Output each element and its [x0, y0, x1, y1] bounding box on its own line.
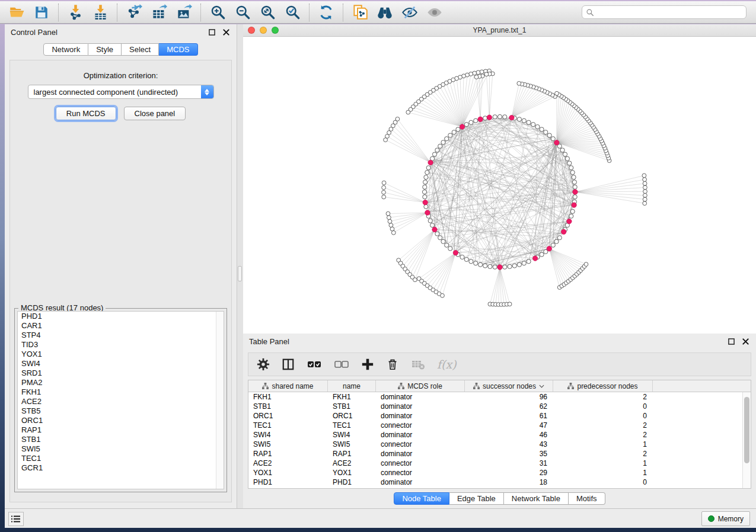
network-node[interactable] — [522, 261, 526, 265]
run-mcds-button[interactable]: Run MCDS — [56, 107, 116, 120]
gear-icon[interactable] — [257, 357, 270, 372]
network-node[interactable] — [493, 115, 497, 119]
network-node[interactable] — [452, 130, 456, 134]
delete-table-icon[interactable] — [411, 357, 425, 372]
close-panel-icon[interactable] — [221, 27, 231, 37]
network-node[interactable] — [573, 185, 577, 189]
table-row[interactable]: ACE2ACE2connector311 — [248, 459, 751, 468]
zoom-fit-icon[interactable] — [259, 4, 276, 21]
mcds-dominator-node[interactable] — [532, 256, 537, 261]
network-node[interactable] — [517, 81, 521, 85]
table-cell[interactable]: 2 — [553, 392, 653, 402]
mcds-dominator-node[interactable] — [572, 203, 576, 207]
table-row[interactable]: RAP1RAP1dominator352 — [248, 449, 751, 459]
mcds-dominator-node[interactable] — [487, 115, 492, 120]
close-panel-button[interactable]: Close panel — [124, 107, 186, 120]
network-node[interactable] — [426, 166, 430, 170]
table-cell[interactable]: dominator — [376, 411, 465, 421]
mcds-result-item[interactable]: TID3 — [18, 340, 224, 350]
network-node[interactable] — [512, 264, 516, 268]
table-row[interactable]: STB1STB1dominator620 — [248, 402, 751, 411]
select-all-icon[interactable] — [307, 357, 322, 372]
network-node[interactable] — [503, 265, 507, 269]
network-node[interactable] — [413, 278, 417, 282]
network-node[interactable] — [551, 137, 555, 141]
mcds-result-item[interactable]: STB5 — [18, 406, 224, 416]
memory-button[interactable]: Memory — [701, 511, 750, 526]
table-cell[interactable]: TEC1 — [248, 421, 328, 430]
network-node[interactable] — [569, 214, 573, 218]
function-builder-icon[interactable]: f(x) — [437, 357, 457, 372]
search-input[interactable] — [582, 5, 747, 19]
delete-icon[interactable] — [386, 357, 399, 372]
network-node[interactable] — [423, 180, 428, 184]
mcds-result-item[interactable]: PHD1 — [18, 312, 224, 321]
tab-select[interactable]: Select — [122, 43, 159, 56]
network-node[interactable] — [441, 239, 445, 243]
table-cell[interactable]: 1 — [553, 440, 653, 449]
mcds-result-item[interactable]: YOX1 — [18, 350, 224, 359]
export-table-icon[interactable] — [151, 4, 167, 21]
mcds-list-scrollbar[interactable] — [216, 312, 224, 489]
network-node[interactable] — [508, 264, 512, 268]
network-node[interactable] — [643, 185, 647, 190]
task-history-button[interactable] — [8, 512, 24, 526]
network-node[interactable] — [476, 70, 480, 75]
network-node[interactable] — [384, 138, 388, 142]
network-node[interactable] — [422, 190, 426, 194]
network-node[interactable] — [388, 219, 392, 223]
network-node[interactable] — [535, 124, 540, 129]
mcds-dominator-node[interactable] — [423, 200, 428, 205]
network-node[interactable] — [479, 262, 483, 267]
table-cell[interactable]: YOX1 — [328, 468, 376, 477]
table-cell[interactable]: ACE2 — [248, 459, 328, 468]
network-node[interactable] — [643, 190, 647, 194]
network-node[interactable] — [474, 261, 478, 265]
mcds-dominator-node[interactable] — [562, 229, 566, 234]
network-node[interactable] — [406, 110, 410, 114]
network-node[interactable] — [531, 123, 535, 127]
network-node[interactable] — [430, 223, 435, 227]
table-cell[interactable]: 43 — [465, 440, 553, 449]
table-row[interactable]: PHD1PHD1dominator180 — [248, 477, 751, 487]
network-view-titlebar[interactable]: YPA_prune.txt_1 — [243, 24, 756, 37]
table-row[interactable]: ORC1ORC1dominator610 — [248, 411, 751, 421]
mcds-dominator-node[interactable] — [573, 190, 578, 194]
column-header-shared-name[interactable]: shared name — [248, 380, 328, 392]
table-cell[interactable]: dominator — [376, 392, 465, 402]
mcds-dominator-node[interactable] — [509, 115, 514, 120]
network-node[interactable] — [570, 209, 575, 213]
network-node[interactable] — [522, 118, 526, 123]
network-node[interactable] — [464, 123, 468, 127]
network-node[interactable] — [464, 257, 468, 261]
network-node[interactable] — [425, 171, 429, 175]
show-all-icon[interactable] — [426, 4, 443, 21]
network-node[interactable] — [643, 193, 647, 197]
tab-style[interactable]: Style — [88, 43, 122, 56]
network-node[interactable] — [555, 91, 559, 95]
table-cell[interactable]: connector — [376, 440, 465, 449]
table-cell[interactable]: connector — [376, 468, 465, 477]
table-scrollbar[interactable] — [742, 392, 751, 488]
network-node[interactable] — [382, 195, 386, 199]
table-row[interactable]: FKH1FKH1dominator962 — [248, 392, 751, 402]
network-node[interactable] — [493, 265, 497, 269]
mcds-result-item[interactable]: SWI4 — [18, 359, 224, 368]
network-node[interactable] — [435, 148, 439, 152]
network-node[interactable] — [540, 252, 544, 257]
network-node[interactable] — [642, 174, 646, 178]
table-row[interactable]: YOX1YOX1connector291 — [248, 468, 751, 477]
network-node[interactable] — [643, 201, 647, 206]
network-node[interactable] — [445, 243, 449, 247]
network-node[interactable] — [497, 114, 502, 118]
network-node[interactable] — [387, 216, 391, 220]
mcds-result-item[interactable]: ACE2 — [18, 397, 224, 406]
network-node[interactable] — [448, 133, 452, 137]
close-table-panel-icon[interactable] — [741, 336, 750, 346]
network-node[interactable] — [643, 178, 647, 182]
duplicate-network-icon[interactable] — [352, 4, 368, 21]
network-node[interactable] — [643, 197, 647, 201]
network-node[interactable] — [484, 72, 489, 76]
table-cell[interactable]: STB1 — [248, 402, 328, 411]
import-network-icon[interactable] — [67, 4, 84, 21]
